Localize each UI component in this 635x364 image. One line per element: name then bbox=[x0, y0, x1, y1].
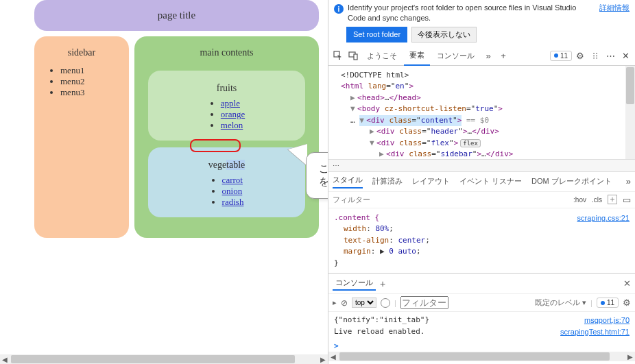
dismiss-banner-button[interactable]: 今後表示しない bbox=[411, 27, 477, 43]
main-title: main contents bbox=[143, 47, 311, 58]
fruit-link[interactable]: apple bbox=[221, 98, 240, 108]
console-context-select[interactable]: top bbox=[352, 298, 376, 308]
inspect-icon[interactable] bbox=[331, 49, 345, 62]
devtools-horizontal-scrollbar[interactable]: ◀ ▶ bbox=[328, 352, 635, 361]
add-tab-icon[interactable]: + bbox=[496, 49, 510, 62]
console-source-link[interactable]: scrapingTest.html:71 bbox=[560, 326, 630, 338]
styles-tab-layout[interactable]: レイアウト bbox=[412, 176, 450, 186]
styles-overflow-chevron-icon[interactable]: » bbox=[626, 176, 631, 186]
styles-tab-bar: スタイル 計算済み レイアウト イベント リスナー DOM ブレークポイント » bbox=[328, 172, 635, 192]
styles-tab-styles[interactable]: スタイル bbox=[333, 175, 363, 189]
vegetable-title: vegetable bbox=[148, 160, 305, 171]
info-banner-text: Identify your project's root folder to o… bbox=[348, 3, 595, 24]
tab-overflow-chevron-icon[interactable]: » bbox=[481, 49, 495, 62]
veg-link[interactable]: radish bbox=[222, 197, 244, 207]
console-prompt[interactable]: > bbox=[328, 340, 635, 352]
console-issues-badge[interactable]: 11 bbox=[597, 298, 619, 308]
dom-tree[interactable]: <!DOCTYPE html> <html lang="en"> ▶<head>… bbox=[328, 66, 635, 159]
console-tab[interactable]: コンソール bbox=[333, 276, 376, 291]
scroll-right-icon[interactable]: ▶ bbox=[625, 353, 635, 361]
scroll-right-icon[interactable]: ▶ bbox=[318, 356, 328, 363]
console-sidebar-toggle-icon[interactable]: ▸ bbox=[333, 298, 337, 307]
fruit-link-melon[interactable]: melon bbox=[221, 120, 243, 130]
page-title: page title bbox=[34, 0, 319, 31]
cls-toggle[interactable]: .cls bbox=[592, 196, 602, 204]
fruits-box: fruits apple orange melon bbox=[148, 71, 305, 141]
device-toggle-icon[interactable] bbox=[346, 49, 360, 62]
devtools-tab-bar: ようこそ 要素 コンソール » + 11 ⚙ ⁝⁝ ⋯ ✕ bbox=[328, 47, 635, 66]
styles-tab-dom-bp[interactable]: DOM ブレークポイント bbox=[531, 176, 612, 186]
customize-icon[interactable]: ⁝⁝ bbox=[588, 49, 602, 62]
console-filter-input[interactable] bbox=[400, 296, 448, 309]
console-source-link[interactable]: msgport.js:70 bbox=[584, 315, 630, 326]
sidebar-item: menu1 bbox=[60, 65, 122, 76]
sidebar-title: sidebar bbox=[41, 47, 122, 58]
styles-tab-computed[interactable]: 計算済み bbox=[372, 176, 403, 186]
issues-badge[interactable]: 11 bbox=[550, 51, 572, 61]
console-drawer-header: コンソール + ✕ bbox=[328, 273, 635, 293]
rendered-page-pane: page title sidebar menu1 menu2 menu3 mai… bbox=[0, 0, 328, 364]
speech-tail bbox=[288, 144, 307, 166]
fruits-title: fruits bbox=[148, 83, 305, 94]
more-icon[interactable]: ⋯ bbox=[603, 49, 617, 62]
sidebar-item: menu2 bbox=[60, 76, 122, 87]
veg-link[interactable]: carrot bbox=[222, 175, 243, 185]
svg-rect-2 bbox=[354, 54, 357, 60]
styles-body[interactable]: scraping.css:21 .content { width: 80%; t… bbox=[328, 208, 635, 274]
close-devtools-icon[interactable]: ✕ bbox=[619, 49, 632, 62]
styles-tab-listeners[interactable]: イベント リスナー bbox=[459, 176, 522, 186]
clear-console-icon[interactable]: ⊘ bbox=[341, 298, 348, 308]
styles-filter-input[interactable] bbox=[333, 195, 568, 204]
breadcrumb[interactable]: ⋯ bbox=[328, 159, 635, 172]
tab-console[interactable]: コンソール bbox=[431, 47, 480, 65]
fruit-link[interactable]: orange bbox=[221, 109, 245, 119]
horizontal-scrollbar[interactable]: ◀ ▶ bbox=[0, 354, 328, 364]
info-icon: i bbox=[334, 4, 344, 14]
vegetable-box: vegetable carrot onion radish bbox=[148, 147, 305, 217]
sidebar-item: menu3 bbox=[60, 87, 122, 98]
live-expression-icon[interactable] bbox=[381, 298, 390, 308]
styles-source-link[interactable]: scraping.css:21 bbox=[577, 213, 630, 224]
log-level-select[interactable]: 既定のレベル ▾ bbox=[535, 298, 586, 308]
info-link[interactable]: 詳細情報 bbox=[599, 3, 630, 13]
console-body[interactable]: msgport.js:70{"notify":"init_tab"} scrap… bbox=[328, 312, 635, 340]
set-root-folder-button[interactable]: Set root folder bbox=[346, 27, 407, 43]
veg-link[interactable]: onion bbox=[222, 186, 243, 196]
styles-filter-bar: :hov .cls + ▭ bbox=[328, 192, 635, 208]
page-sidebar: sidebar menu1 menu2 menu3 bbox=[34, 36, 129, 238]
close-drawer-icon[interactable]: ✕ bbox=[623, 278, 631, 289]
console-filter-bar: ▸ ⊘ top | 既定のレベル ▾ | 11 ⚙ bbox=[328, 293, 635, 312]
devtools-pane: i Identify your project's root folder to… bbox=[328, 0, 635, 364]
page-main: main contents fruits apple orange melon … bbox=[134, 36, 319, 238]
console-settings-icon[interactable]: ⚙ bbox=[623, 298, 631, 308]
tab-elements[interactable]: 要素 bbox=[404, 46, 430, 66]
hov-toggle[interactable]: :hov bbox=[573, 196, 586, 204]
info-banner: i Identify your project's root folder to… bbox=[328, 0, 635, 27]
scroll-left-icon[interactable]: ◀ bbox=[328, 353, 338, 361]
settings-icon[interactable]: ⚙ bbox=[573, 49, 587, 62]
new-style-rule-button[interactable]: + bbox=[608, 195, 617, 204]
add-drawer-tab-icon[interactable]: + bbox=[380, 278, 385, 289]
computed-styles-icon[interactable]: ▭ bbox=[623, 195, 631, 205]
tab-welcome[interactable]: ようこそ bbox=[361, 47, 403, 65]
scroll-left-icon[interactable]: ◀ bbox=[0, 356, 10, 363]
